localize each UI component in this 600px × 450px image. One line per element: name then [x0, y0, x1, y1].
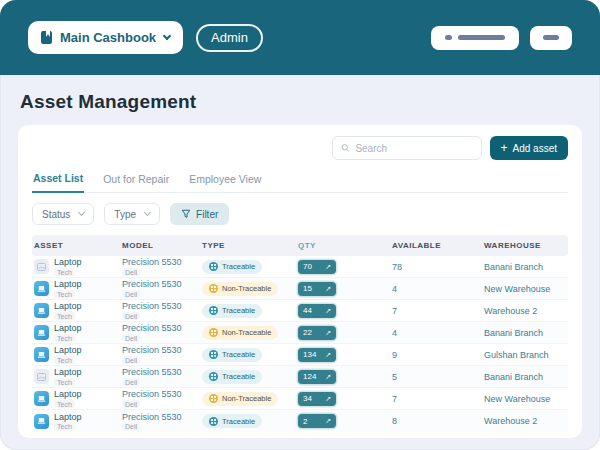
table-row[interactable]: Laptop Tech Precision 5530 Dell Non-Trac… — [32, 388, 568, 410]
asset-category: Tech — [54, 400, 75, 408]
table-row[interactable]: Laptop Tech Precision 5530 Dell Traceabl… — [32, 366, 568, 388]
search-input[interactable] — [355, 143, 472, 154]
arrow-up-right-icon: ↗ — [325, 395, 331, 403]
column-header-type: TYPE — [202, 241, 298, 250]
tab-employee-view[interactable]: Employee View — [188, 170, 262, 192]
available-value: 7 — [392, 394, 484, 404]
qty-value: 134 — [303, 350, 316, 359]
qty-value: 44 — [303, 306, 312, 315]
warehouse-link[interactable]: Warehouse 2 — [484, 416, 568, 426]
column-header-asset: ASSET — [34, 241, 122, 250]
table-row[interactable]: Laptop Tech Precision 5530 Dell Traceabl… — [32, 256, 568, 278]
qty-badge[interactable]: 70 ↗ — [298, 260, 336, 274]
warehouse-link[interactable]: New Warehouse — [484, 284, 568, 294]
warehouse-link[interactable]: Banani Branch — [484, 372, 568, 382]
filter-button-label: Filter — [196, 209, 218, 220]
qty-value: 22 — [303, 328, 312, 337]
qty-badge[interactable]: 44 ↗ — [298, 304, 336, 318]
model-name: Precision 5530 — [122, 412, 202, 422]
asset-thumbnail — [34, 414, 49, 429]
filter-button[interactable]: Filter — [170, 203, 229, 225]
model-brand: Dell — [122, 268, 140, 276]
warehouse-link[interactable]: Banani Branch — [484, 328, 568, 338]
asset-name: Laptop — [54, 412, 82, 422]
asset-name: Laptop — [54, 367, 82, 377]
qr-scan-icon — [209, 350, 218, 359]
qty-badge[interactable]: 2 ↗ — [298, 414, 336, 428]
type-cell: Traceable — [202, 348, 298, 362]
asset-category: Tech — [54, 423, 75, 431]
qty-value: 15 — [303, 284, 312, 293]
type-dropdown[interactable]: Type — [104, 203, 160, 225]
type-badge-label: Traceable — [222, 306, 255, 315]
qty-badge[interactable]: 134 ↗ — [298, 348, 336, 362]
add-asset-button[interactable]: + Add asset — [490, 136, 569, 160]
table-row[interactable]: Laptop Tech Precision 5530 Dell Traceabl… — [32, 300, 568, 322]
available-value: 4 — [392, 328, 484, 338]
qty-cell: 124 ↗ — [298, 370, 392, 384]
skeleton-bar-short — [543, 35, 559, 40]
funnel-icon — [181, 209, 191, 219]
cashbook-selector[interactable]: Main Cashbook — [28, 21, 183, 54]
qty-cell: 15 ↗ — [298, 282, 392, 296]
model-cell: Precision 5530 Dell — [122, 412, 202, 431]
asset-thumbnail — [34, 325, 49, 340]
table-row[interactable]: Laptop Tech Precision 5530 Dell Non-Trac… — [32, 278, 568, 300]
warehouse-link[interactable]: Warehouse 2 — [484, 306, 568, 316]
asset-category: Tech — [54, 312, 75, 320]
qty-badge[interactable]: 15 ↗ — [298, 282, 336, 296]
laptop-photo-icon — [37, 329, 46, 337]
asset-thumbnail — [34, 369, 49, 384]
qr-scan-icon — [209, 394, 218, 403]
add-asset-label: Add asset — [513, 143, 557, 154]
asset-cell: Laptop Tech — [34, 279, 122, 298]
warehouse-link[interactable]: New Warehouse — [484, 394, 568, 404]
app-window: Main Cashbook Admin Asset Management — [0, 0, 600, 450]
arrow-up-right-icon: ↗ — [325, 351, 331, 359]
tab-out-for-repair[interactable]: Out for Repair — [102, 170, 170, 192]
asset-name: Laptop — [54, 323, 82, 333]
admin-role-badge: Admin — [196, 24, 263, 52]
table-row[interactable]: Laptop Tech Precision 5530 Dell Non-Trac… — [32, 322, 568, 344]
type-badge-label: Traceable — [222, 417, 255, 426]
arrow-up-right-icon: ↗ — [325, 285, 331, 293]
type-badge-label: Traceable — [222, 372, 255, 381]
warehouse-link[interactable]: Banani Branch — [484, 262, 568, 272]
column-header-warehouse: WAREHOUSE — [484, 241, 568, 250]
asset-thumbnail — [34, 281, 49, 296]
available-value: 78 — [392, 262, 484, 272]
arrow-up-right-icon: ↗ — [325, 263, 331, 271]
qty-badge[interactable]: 34 ↗ — [298, 392, 336, 406]
type-badge: Traceable — [202, 348, 262, 362]
plus-icon: + — [501, 142, 508, 154]
table-row[interactable]: Laptop Tech Precision 5530 Dell Traceabl… — [32, 410, 568, 432]
model-brand: Dell — [122, 400, 140, 408]
nav-placeholder-button[interactable] — [431, 26, 519, 50]
qty-badge[interactable]: 22 ↗ — [298, 326, 336, 340]
skeleton-dot — [445, 35, 452, 40]
model-cell: Precision 5530 Dell — [122, 301, 202, 320]
table-body: Laptop Tech Precision 5530 Dell Traceabl… — [32, 256, 568, 432]
model-name: Precision 5530 — [122, 257, 202, 267]
asset-name: Laptop — [54, 389, 82, 399]
page-title: Asset Management — [20, 91, 600, 113]
qty-cell: 134 ↗ — [298, 348, 392, 362]
qty-badge[interactable]: 124 ↗ — [298, 370, 336, 384]
warehouse-link[interactable]: Gulshan Branch — [484, 350, 568, 360]
status-dropdown[interactable]: Status — [32, 203, 94, 225]
arrow-up-right-icon: ↗ — [325, 307, 331, 315]
type-badge: Traceable — [202, 370, 262, 384]
model-name: Precision 5530 — [122, 345, 202, 355]
search-icon — [341, 143, 350, 153]
tab-asset-list[interactable]: Asset List — [32, 170, 84, 193]
type-badge: Traceable — [202, 304, 262, 318]
qr-scan-icon — [209, 284, 218, 293]
search-box[interactable] — [332, 136, 482, 160]
table-row[interactable]: Laptop Tech Precision 5530 Dell Traceabl… — [32, 344, 568, 366]
type-badge-label: Non-Traceable — [222, 394, 271, 403]
filter-row: Status Type Filter — [32, 203, 568, 225]
asset-cell: Laptop Tech — [34, 367, 122, 386]
laptop-photo-icon — [37, 395, 46, 403]
qr-scan-icon — [209, 417, 218, 426]
nav-placeholder-button-small[interactable] — [530, 26, 572, 50]
